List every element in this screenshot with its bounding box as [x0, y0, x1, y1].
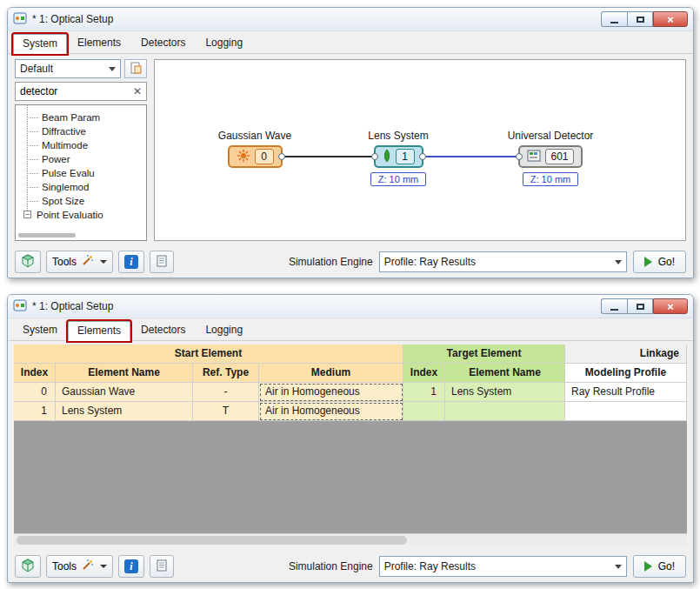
node-gaussian-wave[interactable]: 0: [228, 145, 283, 168]
scrollbar-thumb[interactable]: [17, 536, 407, 545]
cell-modeling-profile[interactable]: [565, 402, 687, 421]
output-port[interactable]: [278, 153, 285, 160]
node-universal-detector[interactable]: 601: [518, 145, 582, 168]
cell-ref-type[interactable]: T: [193, 402, 259, 421]
maximize-button[interactable]: [627, 298, 653, 314]
tree-item[interactable]: Multimode: [16, 138, 146, 152]
load-profile-button[interactable]: [124, 59, 147, 78]
window-title: * 1: Optical Setup: [32, 13, 601, 25]
magic-wand-icon: [81, 254, 94, 270]
sun-icon: [237, 149, 250, 165]
input-port[interactable]: [371, 153, 378, 160]
column-header-target-element-name[interactable]: Element Name: [445, 364, 565, 383]
title-bar[interactable]: * 1: Optical Setup ×: [8, 295, 693, 318]
close-button[interactable]: ×: [653, 11, 688, 27]
group-header-target-element: Target Element: [403, 345, 565, 364]
maximize-button[interactable]: [627, 11, 653, 27]
tree-item[interactable]: Beam Param: [16, 110, 146, 124]
tab-system[interactable]: System: [13, 320, 67, 340]
bottom-toolbar: Tools i Simulation Engine Profile: Ray R…: [8, 246, 693, 278]
search-input[interactable]: [20, 85, 130, 97]
clear-icon[interactable]: ✕: [130, 85, 142, 97]
tree-item[interactable]: Diffractive: [16, 124, 146, 138]
cell-target-element-name[interactable]: Lens System: [445, 383, 565, 402]
cell-element-name[interactable]: Gaussian Wave: [56, 383, 193, 402]
detector-tree[interactable]: Beam Param Diffractive Multimode Power P…: [15, 104, 147, 241]
chevron-down-icon: [615, 260, 622, 264]
cube-3d-icon: [21, 559, 35, 575]
play-icon: [644, 561, 652, 572]
tab-logging[interactable]: Logging: [196, 320, 252, 340]
report-button[interactable]: [150, 555, 174, 578]
node-label: Lens System: [368, 130, 428, 142]
tab-logging[interactable]: Logging: [196, 33, 252, 53]
cell-medium[interactable]: Air in Homogeneous: [259, 383, 403, 402]
column-header-row: Index Element Name Ref. Type Medium Inde…: [14, 364, 687, 383]
detector-sidebar: Default ✕ Beam Param Diffractive Multimo…: [15, 59, 147, 241]
tools-button[interactable]: Tools: [46, 251, 113, 273]
info-button[interactable]: i: [118, 251, 144, 273]
column-header-target-index[interactable]: Index: [403, 364, 445, 383]
cell-index[interactable]: 0: [14, 383, 56, 402]
column-header-medium[interactable]: Medium: [259, 364, 403, 383]
cell-target-index[interactable]: 1: [403, 383, 445, 402]
optical-setup-window-elements: * 1: Optical Setup × System Elements Det…: [7, 294, 694, 583]
profile-select[interactable]: Default: [15, 59, 121, 78]
output-port[interactable]: [419, 153, 426, 160]
bottom-toolbar: Tools i Simulation Engine Profile: Ray R…: [8, 551, 693, 582]
cell-modeling-profile[interactable]: Ray Result Profile: [565, 383, 687, 402]
cube-3d-icon: [21, 254, 35, 271]
column-header-modeling-profile[interactable]: Modeling Profile: [565, 364, 687, 383]
system-3d-view-button[interactable]: [15, 555, 41, 578]
window-title: * 1: Optical Setup: [32, 300, 601, 312]
info-button[interactable]: i: [118, 555, 144, 578]
cell-index[interactable]: 1: [14, 402, 56, 421]
input-port[interactable]: [516, 153, 523, 160]
detector-filter-box[interactable]: ✕: [15, 82, 147, 101]
cell-ref-type[interactable]: -: [193, 383, 259, 402]
tree-item[interactable]: Power: [16, 152, 146, 166]
collapse-icon[interactable]: −: [23, 211, 31, 218]
column-header-index[interactable]: Index: [14, 364, 56, 383]
tab-detectors[interactable]: Detectors: [131, 33, 195, 53]
tab-bar: System Elements Detectors Logging: [8, 318, 693, 341]
tree-item-parent[interactable]: − Point Evaluatio: [16, 208, 146, 222]
minimize-button[interactable]: [601, 298, 627, 314]
cell-element-name[interactable]: Lens System: [56, 402, 193, 421]
system-3d-view-button[interactable]: [15, 251, 41, 273]
table-row: 1 Lens System T Air in Homogeneous: [14, 402, 687, 421]
lens-icon: [383, 149, 391, 165]
column-header-ref-type[interactable]: Ref. Type: [193, 364, 259, 383]
chevron-down-icon: [615, 565, 622, 569]
optical-setup-canvas[interactable]: Gaussian Wave 0 Lens System 1: [154, 59, 686, 241]
horizontal-scrollbar[interactable]: [14, 533, 687, 545]
tree-item[interactable]: Spot Size: [16, 194, 146, 208]
info-icon: i: [124, 559, 138, 573]
simulation-engine-select[interactable]: Profile: Ray Results: [379, 556, 627, 577]
tree-item[interactable]: Singlemod: [16, 180, 146, 194]
node-label: Universal Detector: [508, 130, 594, 142]
cell-medium[interactable]: Air in Homogeneous: [259, 402, 403, 421]
tab-system[interactable]: System: [13, 34, 67, 54]
tools-button[interactable]: Tools: [46, 555, 113, 578]
tree-hscroll-thumb[interactable]: [18, 233, 76, 238]
title-bar[interactable]: * 1: Optical Setup ×: [8, 8, 693, 31]
cell-target-element-name[interactable]: [445, 402, 565, 421]
tab-detectors[interactable]: Detectors: [131, 320, 195, 340]
simulation-engine-label: Simulation Engine: [289, 256, 373, 268]
minimize-button[interactable]: [601, 11, 627, 27]
close-button[interactable]: ×: [653, 298, 688, 314]
cell-target-index[interactable]: [403, 402, 445, 421]
tab-elements[interactable]: Elements: [68, 321, 130, 341]
paste-profile-icon: [130, 62, 142, 77]
report-button[interactable]: [150, 251, 174, 273]
simulation-engine-select[interactable]: Profile: Ray Results: [379, 251, 627, 272]
go-button[interactable]: Go!: [633, 251, 686, 273]
tree-item[interactable]: Pulse Evalu: [16, 166, 146, 180]
z-position-badge: Z: 10 mm: [370, 172, 426, 186]
node-lens-system[interactable]: 1: [374, 145, 423, 168]
go-button[interactable]: Go!: [633, 555, 686, 578]
column-header-element-name[interactable]: Element Name: [56, 364, 193, 383]
tab-elements[interactable]: Elements: [68, 33, 130, 53]
simulation-engine-label: Simulation Engine: [289, 560, 373, 572]
